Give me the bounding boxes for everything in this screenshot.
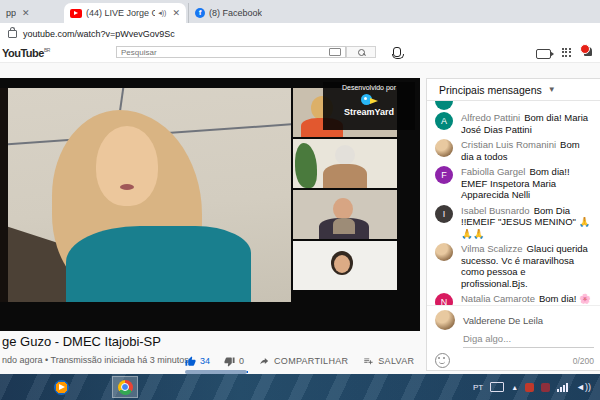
- chat-avatar-partial: [435, 101, 453, 110]
- share-label: COMPARTILHAR: [274, 356, 348, 366]
- tab-facebook[interactable]: f (8) Facebook: [188, 3, 284, 23]
- chat-avatar[interactable]: F: [435, 166, 453, 184]
- chat-avatar[interactable]: N: [435, 293, 453, 305]
- chat-text: Fabiolla GargelBom dia!! EMEF Inspetora …: [461, 166, 594, 201]
- participant-torso: [323, 164, 367, 188]
- voice-search-icon[interactable]: [393, 47, 401, 57]
- tab-whatsapp-partial[interactable]: pp ✕: [0, 3, 62, 23]
- chat-message-body: Bom dia! 🌸: [539, 293, 591, 304]
- speaker-mouth: [120, 184, 134, 190]
- notifications-bell-icon[interactable]: [584, 47, 592, 56]
- participant-thumbnail: [293, 139, 397, 188]
- streamyard-logo-icon: [361, 94, 377, 106]
- streamyard-overlay: Desenvolvido por StreamYard: [323, 82, 415, 130]
- chat-avatar[interactable]: [435, 243, 453, 261]
- tab-audio-icon[interactable]: ◂)): [158, 9, 166, 17]
- chat-avatar[interactable]: I: [435, 205, 453, 223]
- search-icon: [358, 49, 365, 56]
- chat-mode-dropdown[interactable]: Principais mensagens ▼: [427, 79, 600, 101]
- participant-thumbnail: [293, 241, 397, 290]
- address-bar[interactable]: youtube.com/watch?v=pWvevGov9Sc: [4, 26, 564, 41]
- apps-grid-icon[interactable]: [562, 48, 571, 57]
- chat-author: Cristian Luis Romanini: [461, 139, 556, 150]
- chat-text: Vilma ScalizzeGlauci querida sucesso. Vc…: [461, 243, 594, 289]
- chat-message: Vilma ScalizzeGlauci querida sucesso. Vc…: [435, 243, 594, 289]
- participant-head: [333, 198, 353, 220]
- taskbar-chrome-icon[interactable]: [112, 376, 138, 398]
- chat-message: Cristian Luis RomaniniBom dia a todos: [435, 139, 594, 162]
- dislike-count: 0: [239, 356, 244, 366]
- video-player[interactable]: Desenvolvido por StreamYard Arlete Mello…: [0, 78, 420, 331]
- chat-header-label: Principais mensagens: [439, 84, 542, 96]
- chat-message: A Alfredo PattiniBom dia! Maria José Dia…: [435, 112, 594, 135]
- video-actions: 34 0 COMPARTILHAR SALVAR: [185, 353, 456, 369]
- chat-text: Natalia CamaroteBom dia! 🌸: [461, 293, 591, 305]
- participant-scarf: [333, 218, 355, 234]
- chat-author: Natalia Camarote: [461, 293, 535, 304]
- live-chat-panel: Principais mensagens ▼ A Alfredo Pattini…: [426, 78, 600, 371]
- tab-label: (44) LIVE Jorge Guzo - DME: [86, 8, 155, 18]
- keyboard-layout-icon[interactable]: [490, 382, 504, 392]
- language-indicator[interactable]: PT: [473, 383, 483, 392]
- browser-toolbar: youtube.com/watch?v=pWvevGov9Sc: [0, 23, 600, 45]
- dislike-button[interactable]: 0: [224, 356, 244, 367]
- plant: [295, 143, 317, 188]
- tray-app-icon[interactable]: [541, 383, 550, 392]
- tab-close-icon[interactable]: ✕: [172, 8, 180, 18]
- page-url: youtube.com/watch?v=pWvevGov9Sc: [23, 29, 175, 39]
- desktop-screen: pp ✕ (44) LIVE Jorge Guzo - DME ◂)) ✕ f …: [0, 0, 600, 400]
- taskbar-media-player-icon[interactable]: [48, 376, 74, 398]
- emoji-picker-icon[interactable]: [435, 353, 450, 368]
- network-icon[interactable]: [557, 383, 569, 392]
- save-label: SALVAR: [378, 356, 414, 366]
- browser-tab-strip: pp ✕ (44) LIVE Jorge Guzo - DME ◂)) ✕ f …: [0, 0, 600, 23]
- current-user-avatar[interactable]: [435, 310, 455, 330]
- participant-face: [334, 255, 350, 273]
- chat-avatar[interactable]: A: [435, 112, 453, 130]
- search-box[interactable]: [116, 46, 346, 58]
- current-user-name: Valderene De Leila: [463, 315, 543, 326]
- chat-message: I Isabel BusnardoBom Dia !!EMEIF "JESUS …: [435, 205, 594, 240]
- search-button[interactable]: [346, 46, 376, 58]
- chat-author: Vilma Scalizze: [461, 243, 523, 254]
- youtube-header: YouTubeBR: [0, 44, 600, 63]
- tab-youtube-active[interactable]: (44) LIVE Jorge Guzo - DME ◂)) ✕: [64, 3, 186, 23]
- char-counter: 0/200: [573, 356, 594, 366]
- chat-text: Isabel BusnardoBom Dia !!EMEIF "JESUS ME…: [461, 205, 594, 240]
- tray-app-icon[interactable]: [525, 383, 534, 392]
- youtube-logo[interactable]: YouTubeBR: [2, 47, 50, 59]
- video-title: ge Guzo - DMEC Itajobi-SP: [2, 334, 161, 349]
- share-button[interactable]: COMPARTILHAR: [258, 356, 348, 366]
- system-tray: PT ▲ ◄)): [473, 374, 598, 400]
- chat-avatar[interactable]: [435, 139, 453, 157]
- like-count: 34: [200, 356, 210, 366]
- speaker-face: [96, 126, 158, 206]
- volume-icon[interactable]: ◄)): [576, 382, 591, 392]
- developed-by-label: Desenvolvido por: [323, 84, 415, 91]
- chat-message: N Natalia CamaroteBom dia! 🌸: [435, 293, 594, 305]
- participant-thumbnail: [293, 190, 397, 239]
- tab-label: (8) Facebook: [209, 8, 262, 18]
- save-button[interactable]: SALVAR: [362, 356, 414, 366]
- speaker-torso: [66, 226, 251, 302]
- chat-text: Alfredo PattiniBom dia! Maria José Dias …: [461, 112, 594, 135]
- keyboard-icon[interactable]: [329, 48, 341, 56]
- participant-head: [335, 145, 355, 165]
- chat-author: Fabiolla Gargel: [461, 166, 525, 177]
- chat-text-input[interactable]: Diga algo...: [463, 333, 594, 348]
- chat-message: F Fabiolla GargelBom dia!! EMEF Inspetor…: [435, 166, 594, 201]
- main-speaker-video: [8, 88, 291, 302]
- like-button[interactable]: 34: [185, 356, 210, 367]
- chat-message-list[interactable]: A Alfredo PattiniBom dia! Maria José Dia…: [427, 101, 600, 305]
- tab-close-icon[interactable]: ✕: [22, 8, 30, 18]
- streamyard-brand: StreamYard: [323, 107, 415, 117]
- video-status: ndo agora • Transmissão iniciada há 3 mi…: [2, 355, 189, 365]
- create-video-icon[interactable]: [536, 49, 551, 59]
- chat-author: Isabel Busnardo: [461, 205, 530, 216]
- tab-label: pp: [6, 8, 16, 18]
- hidden-icons-chevron[interactable]: ▲: [511, 384, 518, 391]
- facebook-favicon-icon: f: [195, 8, 205, 18]
- chevron-down-icon: ▼: [548, 85, 556, 94]
- chat-author: Alfredo Pattini: [461, 112, 520, 123]
- search-input[interactable]: [121, 48, 329, 57]
